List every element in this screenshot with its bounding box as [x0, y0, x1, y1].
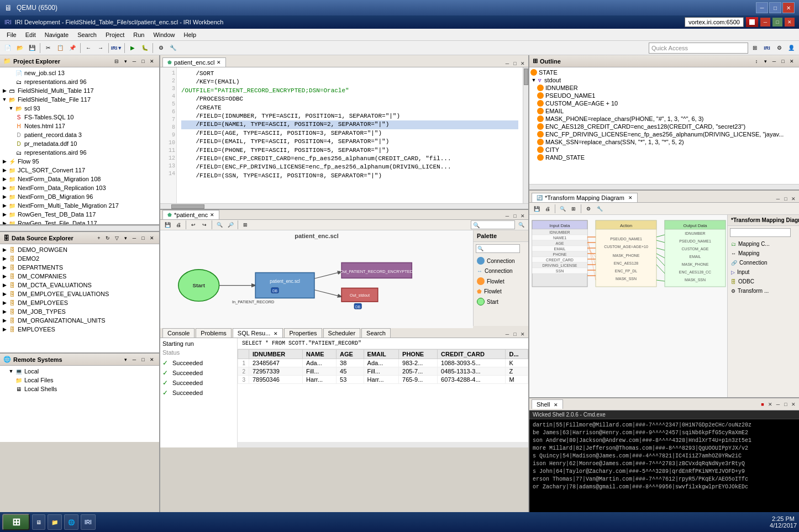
toolbar-new[interactable]: 📄 [2, 43, 13, 54]
editor-close[interactable]: ✕ [519, 60, 526, 67]
toolbar-debug[interactable]: 🐛 [139, 43, 150, 54]
transform-tab-main[interactable]: 🔄 *Transform Mapping Diagram ✕ [532, 193, 638, 202]
flow-maximize[interactable]: □ [512, 213, 518, 219]
toolbar-paste[interactable]: 📌 [67, 43, 78, 54]
transform-maximize[interactable]: □ [782, 196, 789, 202]
mapping-item-mapping[interactable]: ↔ Mapping [728, 249, 799, 258]
shell-clear-btn[interactable]: ✕ [767, 401, 774, 408]
menu-search[interactable]: Search [73, 30, 101, 39]
flow-tb-redo[interactable]: ↪ [199, 220, 209, 230]
tm-tb-extra1[interactable]: ⚙ [584, 204, 593, 214]
tree-item-fieldshield-table[interactable]: ▼ 📂 FieldShield_Table_File 117 [0, 95, 159, 104]
flow-diagram[interactable]: patient_enc.scl Start patient_enc.scl [160, 230, 473, 328]
editor-hscroll-thumb[interactable] [171, 204, 204, 209]
second-minimize[interactable]: ─ [760, 18, 770, 27]
palette-item-flowlet[interactable]: Flowlet [474, 276, 528, 287]
shell-maximize[interactable]: □ [782, 401, 789, 408]
editor-tab-patient-enc[interactable]: ⬟ patient_enc.scl ✕ [162, 57, 226, 67]
maximize-button[interactable]: □ [769, 2, 781, 13]
rs-item-local[interactable]: ▼ 💻 Local [0, 367, 159, 376]
outline-item-state[interactable]: STATE [529, 69, 799, 76]
flow-minimize[interactable]: ─ [504, 213, 511, 219]
palette-item-flowlet2[interactable]: ⬟ Flowlet [474, 287, 528, 296]
outline-item-enc-fp[interactable]: ENC_FP_DRIVING_LICENSE=enc_fp_aes256_alp… [529, 130, 799, 138]
pe-hscroll[interactable] [0, 225, 159, 231]
palette-item-start[interactable]: Start [474, 296, 528, 307]
flow-tab-patient[interactable]: ⬟ *patient_enc ✕ [162, 210, 219, 219]
ds-max-btn[interactable]: □ [139, 234, 147, 242]
mapping-item-mapping-c[interactable]: 🗂 Mapping C... [728, 239, 799, 249]
flow-search-input[interactable] [471, 220, 515, 229]
outline-item-mask-phone[interactable]: MASK_PHONE=replace_chars(PHONE, "#", 1, … [529, 115, 799, 123]
sql-hscroll[interactable] [238, 442, 528, 447]
tab-properties[interactable]: Properties [284, 328, 322, 338]
editor-tab-close[interactable]: ✕ [217, 60, 221, 65]
menu-help[interactable]: Help [180, 30, 201, 39]
tree-item-fieldshield-multi[interactable]: ▶ 🗃 FieldShield_Multi_Table 117 [0, 86, 159, 95]
flow-close[interactable]: ✕ [519, 213, 526, 219]
pe-close-btn[interactable]: ✕ [148, 57, 156, 65]
outline-item-mask-ssn[interactable]: MASK_SSN=replace_chars(SSN, "*", 1, 3, "… [529, 138, 799, 146]
tree-item-fs-tables[interactable]: S FS-Tables.SQL 10 [0, 113, 159, 122]
editor-minimize[interactable]: ─ [504, 60, 511, 67]
toolbar-extra2[interactable]: 🔧 [167, 43, 178, 54]
ds-filter-btn[interactable]: ▽ [113, 234, 120, 242]
close-button[interactable]: ✕ [782, 2, 795, 13]
flow-tb-undo[interactable]: ↩ [188, 220, 198, 230]
menu-navigate[interactable]: Navigate [40, 30, 73, 39]
menu-edit[interactable]: Edit [21, 30, 40, 39]
tree-item-patient-record[interactable]: D patient_record.data 3 [0, 130, 159, 139]
menu-file[interactable]: File [2, 30, 21, 39]
remote-controls[interactable]: ▾ ─ □ ✕ [122, 356, 156, 364]
shell-minimize[interactable]: ─ [775, 401, 781, 408]
tree-item-scl[interactable]: ▼ 📂 scl 93 [0, 104, 159, 113]
toolbar-perspective[interactable]: ⊞ [749, 43, 760, 54]
toolbar-back[interactable]: ← [83, 43, 94, 54]
editor-vscroll-thumb[interactable] [524, 69, 528, 85]
title-bar-controls[interactable]: ─ □ ✕ [756, 2, 795, 13]
shell-stop-btn[interactable]: ■ [759, 401, 766, 408]
tree-item-new-job[interactable]: 📄 new_job.scl 13 [0, 69, 159, 77]
ds-item-dm-dcta[interactable]: ▶ 🗄 DM_DCTA_EVALUATIONS [0, 281, 159, 289]
tm-tb-extra2[interactable]: 🔧 [595, 204, 604, 214]
table-row-1[interactable]: 1 23485647 Ada... 38 Ada... 983-2... 108… [238, 359, 528, 367]
rs-item-local-shells[interactable]: 🖥 Local Shells [0, 384, 159, 393]
outline-close-btn[interactable]: ✕ [788, 57, 796, 65]
menu-window[interactable]: Window [149, 30, 179, 39]
flow-tb-print[interactable]: 🖨 [174, 220, 183, 230]
tm-tb-zoomin[interactable]: 🔍 [558, 204, 567, 214]
ds-menu-btn[interactable]: ▾ [122, 234, 129, 242]
toolbar-copy[interactable]: 📋 [55, 43, 66, 54]
toolbar-iri[interactable]: IRI▼ [111, 43, 122, 54]
shell-close[interactable]: ✕ [790, 401, 797, 408]
mapping-search-input[interactable] [730, 228, 791, 237]
outline-hscroll[interactable] [529, 184, 799, 189]
ds-close-btn[interactable]: ✕ [148, 234, 156, 242]
ds-item-demo2[interactable]: ▶ 🗄 DEMO2 [0, 254, 159, 263]
palette-item-connection2[interactable]: ↔ Connection [474, 266, 528, 276]
datasource-tree[interactable]: ▶ 🗄 DEMO_ROWGEN ▶ 🗄 DEMO2 ▶ 🗄 DEPARTMENT… [0, 244, 159, 354]
mapping-item-connection[interactable]: 🔗 Connection [728, 258, 799, 267]
menu-run[interactable]: Run [129, 30, 149, 39]
mapping-item-odbc[interactable]: 🗄 ODBC [728, 277, 799, 286]
project-explorer-controls[interactable]: ⊟ ▾ ─ □ ✕ [113, 57, 156, 65]
ds-min-btn[interactable]: ─ [130, 234, 138, 242]
remote-tree[interactable]: ▼ 💻 Local 📁 Local Files 🖥 Local Shells [0, 366, 159, 442]
shell-tab-main[interactable]: Shell ✕ [532, 399, 563, 409]
tm-tb-print[interactable]: 🖨 [543, 204, 553, 214]
tab-console[interactable]: Console [162, 328, 195, 338]
outline-item-pseudo[interactable]: PSEUDO_NAME1 [529, 92, 799, 99]
taskbar-app-computer[interactable]: 🖥 [32, 514, 45, 530]
editor-content[interactable]: /SORT /KEY=(EMAIL) /OUTFILE="PATIENT_REC… [177, 67, 523, 203]
transform-close[interactable]: ✕ [790, 196, 797, 202]
project-explorer-tree[interactable]: 📄 new_job.scl 13 🗂 representations.aird … [0, 67, 159, 225]
flow-tb-zoomin[interactable]: 🔍 [214, 220, 224, 230]
ds-item-dm-job[interactable]: ▶ 🗄 DM_JOB_TYPES [0, 307, 159, 316]
toolbar-iri-icon[interactable]: IRI [761, 43, 772, 54]
ds-item-demo-rowgen[interactable]: ▶ 🗄 DEMO_ROWGEN [0, 245, 159, 254]
tree-item-nf-replication[interactable]: ▶ 📁 NextForm_Data_Replication 103 [0, 183, 159, 192]
outline-item-city[interactable]: CITY [529, 146, 799, 154]
pe-menu-btn[interactable]: ▾ [122, 57, 129, 65]
bottom-close[interactable]: ✕ [519, 331, 526, 338]
ds-item-dm-employees[interactable]: ▶ 🗄 DM_EMPLOYEES [0, 298, 159, 307]
